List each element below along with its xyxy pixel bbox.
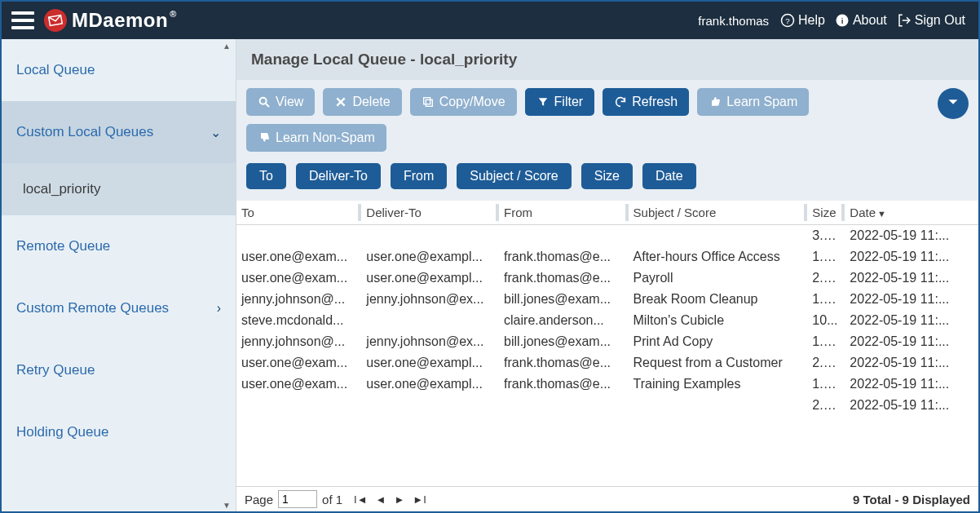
cell-from: frank.thomas@e... (499, 246, 628, 268)
svg-rect-8 (426, 100, 432, 106)
cell-deliver: jenny.johnson@ex... (361, 289, 499, 310)
cell-date: 2022-05-19 11:... (845, 289, 978, 310)
table-row[interactable]: jenny.johnson@...jenny.johnson@ex...bill… (236, 331, 978, 352)
page-prev-icon[interactable]: ◄ (376, 493, 386, 506)
button-label: Learn Spam (726, 95, 797, 109)
table-row[interactable]: 3.0...2022-05-19 11:... (236, 225, 978, 247)
col-toggle-date[interactable]: Date (642, 163, 696, 189)
sidebar-item-label: Retry Queue (16, 362, 95, 378)
cell-deliver: user.one@exampl... (361, 352, 499, 374)
cell-from (499, 225, 628, 247)
refresh-button[interactable]: Refresh (603, 88, 689, 116)
cell-deliver: user.one@exampl... (361, 268, 499, 289)
sidebar-item-local-queue[interactable]: Local Queue (2, 39, 236, 101)
sidebar: ▲ Local Queue Custom Local Queues ⌄ loca… (2, 39, 236, 511)
col-header-subject[interactable]: Subject / Score (629, 201, 808, 225)
page-last-icon[interactable]: ►I (413, 493, 426, 506)
pager-status: 9 Total - 9 Displayed (853, 493, 970, 506)
sort-desc-icon: ▼ (877, 209, 886, 219)
scroll-up-icon[interactable]: ▲ (218, 39, 236, 52)
filter-button[interactable]: Filter (525, 88, 595, 116)
cell-from: bill.jones@exam... (499, 289, 628, 310)
table-row[interactable]: jenny.johnson@...jenny.johnson@ex...bill… (236, 289, 978, 310)
col-header-to[interactable]: To (236, 201, 361, 225)
cell-to: user.one@exam... (236, 268, 361, 289)
cell-date: 2022-05-19 11:... (845, 310, 978, 331)
table-row[interactable]: user.one@exam...user.one@exampl...frank.… (236, 246, 978, 268)
cell-size: 2.3... (807, 268, 845, 289)
cell-subject: After-hours Office Access (629, 246, 808, 268)
table-row[interactable]: user.one@exam...user.one@exampl...frank.… (236, 352, 978, 374)
cell-deliver: user.one@exampl... (361, 246, 499, 268)
sidebar-item-label: Remote Queue (16, 238, 110, 254)
sidebar-item-custom-remote-queues[interactable]: Custom Remote Queues › (2, 277, 236, 339)
svg-text:?: ? (785, 16, 790, 25)
scroll-down-icon[interactable]: ▼ (218, 498, 236, 511)
expand-button[interactable] (938, 88, 969, 119)
brand-prefix: M (72, 9, 89, 31)
pagination-bar: Page of 1 I◄ ◄ ► ►I 9 Total - 9 Displaye… (236, 486, 978, 511)
sidebar-item-label: Custom Local Queues (16, 124, 153, 140)
page-of-label: of 1 (322, 493, 342, 506)
col-header-date[interactable]: Date▼ (845, 201, 978, 225)
col-header-size[interactable]: Size (807, 201, 845, 225)
chevron-down-icon: ⌄ (210, 125, 221, 140)
cell-deliver (361, 310, 499, 331)
button-label: View (276, 95, 303, 109)
cell-from: frank.thomas@e... (499, 374, 628, 395)
about-link[interactable]: i About (832, 11, 890, 29)
cell-size: 3.0... (807, 225, 845, 247)
envelope-icon (42, 7, 68, 33)
table-row[interactable]: 2.2...2022-05-19 11:... (236, 395, 978, 416)
cell-size: 1.4... (807, 246, 845, 268)
menu-icon[interactable] (11, 11, 34, 29)
col-header-from[interactable]: From (499, 201, 628, 225)
table-row[interactable]: user.one@exam...user.one@exampl...frank.… (236, 268, 978, 289)
col-toggle-size[interactable]: Size (581, 163, 633, 189)
sidebar-item-retry-queue[interactable]: Retry Queue (2, 339, 236, 401)
brand-rest: Daemon (89, 9, 169, 31)
learn-non-spam-button[interactable]: Learn Non-Spam (246, 124, 386, 152)
sidebar-item-label: local_priority (23, 181, 100, 197)
col-toggle-deliver-to[interactable]: Deliver-To (296, 163, 381, 189)
sidebar-item-label: Custom Remote Queues (16, 300, 169, 316)
sidebar-item-custom-local-queues[interactable]: Custom Local Queues ⌄ (2, 101, 236, 163)
table-row[interactable]: user.one@exam...user.one@exampl...frank.… (236, 374, 978, 395)
col-toggle-from[interactable]: From (391, 163, 447, 189)
learn-spam-button[interactable]: Learn Spam (697, 88, 809, 116)
copy-icon (422, 95, 435, 108)
page-first-icon[interactable]: I◄ (354, 493, 367, 506)
page-input[interactable] (278, 490, 317, 508)
sidebar-item-local-priority[interactable]: local_priority (2, 163, 236, 215)
page-title: Manage Local Queue - local_priority (236, 39, 978, 80)
sidebar-item-label: Local Queue (16, 62, 95, 78)
cell-deliver (361, 395, 499, 416)
sidebar-item-remote-queue[interactable]: Remote Queue (2, 215, 236, 277)
signout-link[interactable]: Sign Out (894, 11, 969, 29)
button-label: Refresh (632, 95, 678, 109)
filter-icon (536, 95, 550, 108)
delete-button[interactable]: Delete (323, 88, 401, 116)
sidebar-item-holding-queue[interactable]: Holding Queue (2, 401, 236, 463)
view-button[interactable]: View (246, 88, 315, 116)
copymove-button[interactable]: Copy/Move (410, 88, 517, 116)
cell-to: jenny.johnson@... (236, 331, 361, 352)
close-icon (334, 95, 347, 108)
thumbs-up-icon (258, 131, 271, 144)
svg-point-4 (260, 98, 267, 104)
button-label: Learn Non-Spam (276, 130, 375, 145)
cell-from: claire.anderson... (499, 310, 628, 331)
page-next-icon[interactable]: ► (394, 493, 404, 506)
help-link[interactable]: ? Help (777, 11, 828, 29)
col-header-deliver-to[interactable]: Deliver-To (361, 201, 499, 225)
cell-to: user.one@exam... (236, 374, 361, 395)
col-toggle-subject[interactable]: Subject / Score (457, 163, 572, 189)
cell-subject (629, 395, 808, 416)
cell-subject: Milton's Cubicle (629, 310, 808, 331)
current-user: frank.thomas (698, 14, 769, 28)
table-row[interactable]: steve.mcdonald...claire.anderson...Milto… (236, 310, 978, 331)
cell-subject: Print Ad Copy (629, 331, 808, 352)
cell-subject (629, 225, 808, 247)
cell-to: jenny.johnson@... (236, 289, 361, 310)
col-toggle-to[interactable]: To (246, 163, 286, 189)
